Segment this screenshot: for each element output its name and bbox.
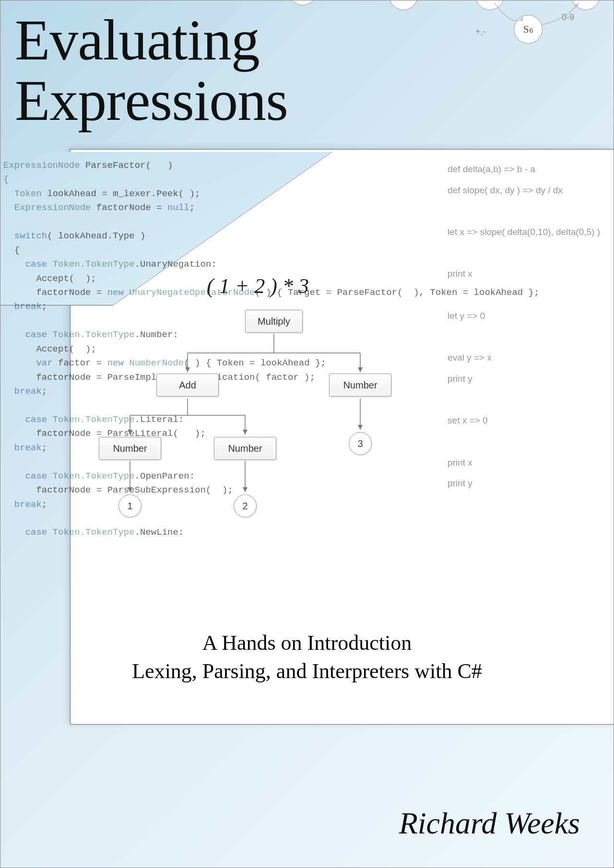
tree-node-number-right: Number xyxy=(329,374,391,397)
tree-node-add: Add xyxy=(156,374,219,397)
tree-node-number-ll: Number xyxy=(99,437,161,460)
example-expression: ( 1 + 2 ) * 3 xyxy=(207,274,309,298)
subtitle-line-2: Lexing, Parsing, and Interpreters with C… xyxy=(132,659,482,683)
title-line-2: Expressions xyxy=(15,69,288,132)
title-line-1: Evaluating xyxy=(15,8,260,72)
parse-tree-diagram: Multiply Add Number Number Number 1 2 3 xyxy=(92,307,490,581)
tree-leaf-3: 3 xyxy=(349,432,372,455)
book-subtitle: A Hands on Introduction Lexing, Parsing,… xyxy=(0,629,614,686)
author-name: Richard Weeks xyxy=(399,806,580,841)
tree-node-number-lr: Number xyxy=(214,437,276,460)
tree-leaf-2: 2 xyxy=(234,494,257,517)
subtitle-line-1: A Hands on Introduction xyxy=(202,631,412,655)
tree-node-multiply: Multiply xyxy=(245,310,303,333)
book-title: Evaluating Expressions xyxy=(15,10,288,131)
tree-leaf-1: 1 xyxy=(118,494,142,517)
